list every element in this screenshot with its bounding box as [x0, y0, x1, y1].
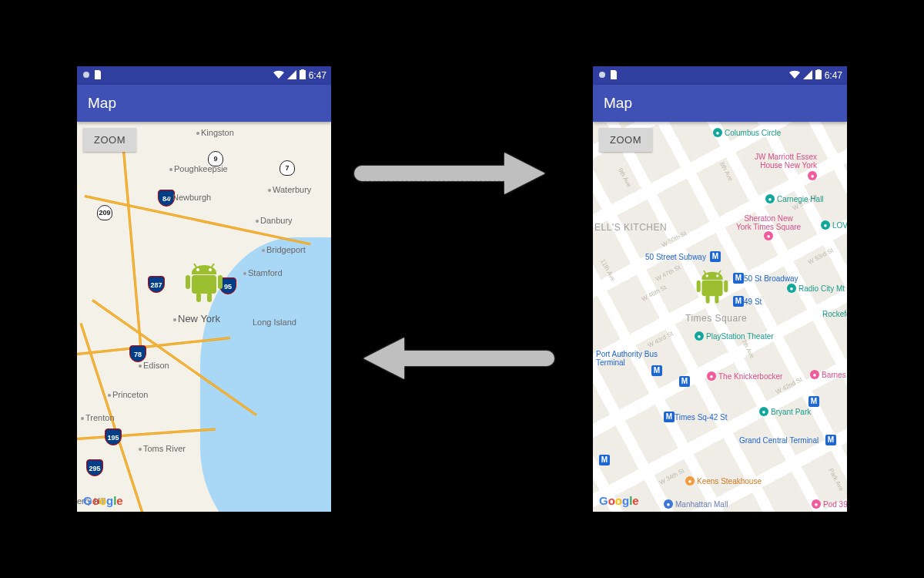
city-bridgeport: Bridgeport	[262, 245, 306, 254]
sdcard-icon	[610, 70, 618, 82]
svg-rect-5	[192, 275, 216, 294]
metro-icon: M	[664, 412, 675, 422]
city-longisland: Long Island	[253, 318, 296, 327]
svg-rect-7	[218, 275, 223, 289]
city-newburgh: Newburgh	[168, 193, 211, 202]
metro-icon: M	[825, 435, 836, 445]
poi-pod39: ●Pod 39	[812, 499, 847, 509]
city-poughkeepsie: Poughkeepsie	[169, 164, 228, 173]
poi-tsq42: Times Sq-42 St	[675, 413, 728, 422]
app-title: Map	[88, 95, 116, 112]
city-stamford: Stamford	[243, 268, 283, 277]
google-logo: Google	[599, 494, 639, 507]
arrow-left-icon	[354, 331, 554, 388]
metro-icon: M	[710, 251, 721, 262]
shield-us209: 209	[97, 205, 112, 220]
circle-icon	[598, 70, 607, 82]
city-tomsriver: Toms River	[139, 444, 186, 453]
svg-point-2	[209, 268, 212, 271]
wifi-icon	[273, 70, 284, 82]
svg-point-0	[83, 72, 89, 78]
battery-icon	[300, 69, 306, 82]
svg-rect-16	[697, 280, 701, 291]
district-timessquare: Times Square	[685, 313, 747, 324]
android-marker-icon[interactable]	[695, 269, 729, 311]
metro-icon: M	[733, 273, 744, 284]
city-trenton: Trenton	[81, 413, 115, 422]
metro-icon: M	[733, 296, 744, 307]
svg-rect-6	[186, 275, 190, 289]
poi-49st: 49 St	[744, 297, 762, 306]
poi-rockef: Rockefe	[822, 310, 847, 318]
poi-gct: Grand Central Terminal	[739, 436, 819, 445]
status-bar: 6:47	[77, 66, 331, 85]
district-hellskitchen: ELL'S KITCHEN	[594, 222, 667, 233]
zoom-button[interactable]: ZOOM	[83, 128, 136, 152]
poi-keens: ●Keens Steakhouse	[685, 476, 762, 486]
poi-sheraton: Sheraton New York Times Square●	[736, 214, 801, 240]
poi-radio: ●Radio City Mt	[787, 284, 845, 293]
metro-icon: M	[679, 376, 690, 387]
status-clock: 6:47	[309, 70, 326, 81]
metro-icon: M	[651, 365, 662, 376]
poi-love: ●LOVE S	[821, 220, 847, 230]
poi-knick: ●The Knickerbocker	[707, 371, 782, 381]
poi-50broadway: 50 St Broadway	[744, 274, 798, 283]
city-danbury: Danbury	[256, 216, 293, 225]
signal-icon	[287, 70, 296, 82]
zoom-button[interactable]: ZOOM	[599, 128, 652, 152]
poi-bryant: ●Bryant Park	[759, 407, 811, 416]
shield-i195: 195	[105, 428, 122, 445]
svg-rect-19	[715, 295, 718, 303]
shield-i295: 295	[86, 459, 103, 476]
city-edison: Edison	[139, 361, 169, 370]
android-marker-icon[interactable]	[184, 262, 224, 310]
svg-rect-9	[207, 293, 212, 302]
poi-barnes: ●Barnes &	[810, 370, 847, 379]
city-princeton: Princeton	[108, 390, 148, 399]
poi-portauth: Port Authority Bus Terminal	[596, 350, 658, 367]
status-clock: 6:47	[825, 70, 842, 81]
shield-i78: 78	[129, 345, 146, 362]
shield-us7: 7	[280, 160, 295, 176]
poi-50street: 50 Street Subway	[645, 253, 706, 261]
svg-rect-17	[724, 280, 728, 291]
svg-point-10	[599, 72, 605, 78]
poi-playstation: ●PlayStation Theater	[695, 331, 774, 341]
phone-frame-street: 6:47 Map ELL'S KITCHEN Times Square W 57…	[593, 66, 847, 512]
svg-rect-15	[702, 280, 723, 295]
city-kingston: Kingston	[196, 128, 234, 137]
map-regional[interactable]: 84 95 287 78 195 295 9 7 209 Kingston Po…	[77, 122, 331, 512]
phone-frame-regional: 6:47 Map 84 95 287 78 195 295 9 7 209 Ki…	[77, 66, 331, 512]
metro-icon: M	[599, 455, 610, 465]
arrow-right-icon	[354, 146, 554, 203]
city-waterbury: Waterbury	[268, 185, 311, 194]
svg-point-11	[706, 274, 708, 277]
battery-icon	[815, 69, 822, 82]
app-title: Map	[604, 95, 632, 112]
app-bar: Map	[77, 85, 331, 122]
status-bar: 6:47	[593, 66, 847, 85]
poi-columbus: ●Columbus Circle	[713, 128, 781, 137]
wifi-icon	[789, 70, 800, 82]
svg-point-12	[716, 274, 718, 277]
shield-i287: 287	[148, 276, 165, 293]
google-logo: Google	[83, 494, 123, 507]
city-newyork: New York	[173, 313, 220, 324]
poi-marriott: JW Marriott Essex House New York●	[755, 153, 817, 180]
svg-rect-8	[196, 293, 201, 302]
app-bar: Map	[593, 85, 847, 122]
svg-point-1	[196, 268, 199, 271]
circle-icon	[82, 70, 91, 82]
signal-icon	[803, 70, 812, 82]
poi-manmall: ●Manhattan Mall	[664, 499, 728, 509]
svg-rect-18	[706, 295, 710, 303]
map-street[interactable]: ELL'S KITCHEN Times Square W 57th St W 5…	[593, 122, 847, 512]
poi-carnegie: ●Carnegie Hall	[765, 194, 824, 203]
metro-icon: M	[808, 396, 819, 407]
sdcard-icon	[94, 70, 102, 82]
